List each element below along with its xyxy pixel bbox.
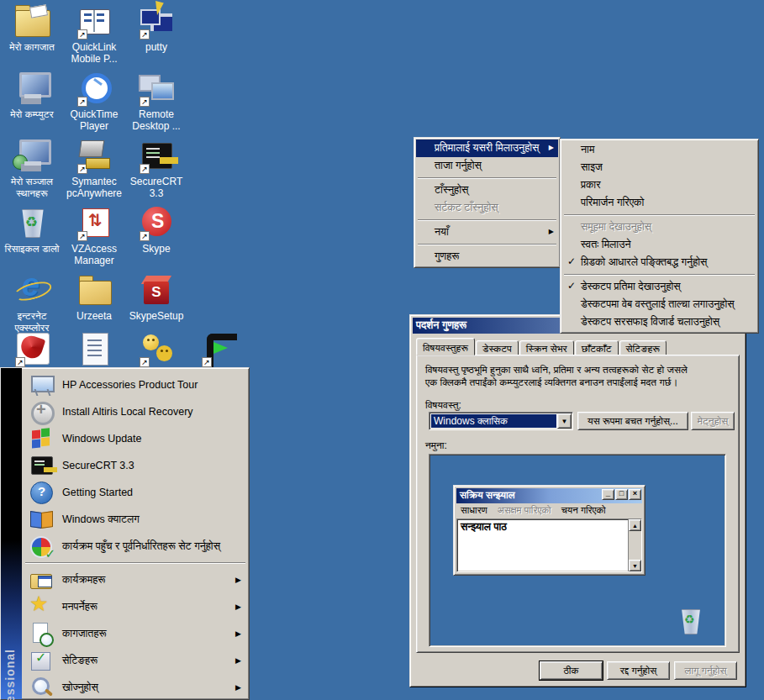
menu-item-new[interactable]: नयाँ ▶: [416, 224, 558, 241]
icon-label: Skype: [125, 243, 187, 255]
menu-item-align-to-grid[interactable]: ✓ ग्रिडको आधारले पङ्क्तिबद्ध गर्नुहोस्: [562, 254, 756, 271]
start-item-programs[interactable]: कार्यक्रमहरू ▶: [24, 566, 247, 593]
theme-label: विषयवस्तु:: [425, 399, 461, 411]
start-item-program-access[interactable]: कार्यक्रम पहुँच र पूर्वनिर्धारितहरू सेट …: [24, 533, 247, 560]
icon-label: putty: [125, 41, 187, 53]
icon-label: Remote Desktop ...: [125, 108, 187, 133]
theme-combobox[interactable]: Windows क्लासिक ▼: [429, 412, 573, 430]
desktop-icon-securecrt[interactable]: SecureCRT 3.3: [125, 138, 187, 200]
menu-item-refresh[interactable]: ताजा गर्नुहोस्: [416, 157, 558, 175]
desktop-icon-my-computer[interactable]: मेरो कम्प्युटर: [1, 71, 63, 120]
menu-item-show-desktop-icons[interactable]: ✓ डेस्कटप प्रतिमा देखाउनुहोस्: [562, 278, 756, 296]
menu-separator: [25, 562, 245, 564]
menu-item-modified[interactable]: परिमार्जन गरिएको: [562, 194, 756, 212]
icon-label: मेरो कागजात: [1, 41, 63, 53]
skype-icon: [137, 205, 176, 240]
start-item-search[interactable]: खोज्नुहोस् ▶: [24, 674, 247, 700]
icon-label: SecureCRT 3.3: [125, 176, 187, 200]
menu-item-arrange-icons[interactable]: प्रतिमालाई यसरी मिलाउनुहोस् ▶: [416, 139, 558, 157]
shortcut-arrow-icon: [77, 29, 87, 39]
icon-label: मेरो सञ्जाल स्थानहरू: [1, 176, 63, 200]
menu-item-properties[interactable]: गुणहरू: [416, 248, 558, 266]
desktop-icon-internet-explorer[interactable]: इन्टरनेट एक्स्प्लोरर: [1, 272, 63, 334]
menu-item-auto-arrange[interactable]: स्वतः मिलाउने: [562, 236, 756, 254]
icon-label: QuickTime Player: [63, 108, 125, 133]
ok-button[interactable]: ठीक: [540, 661, 603, 680]
menu-item-paste-shortcut: सर्टकट टाँस्नुहोस्: [416, 199, 558, 217]
help-icon: [29, 480, 54, 505]
desktop-icon-vzaccess[interactable]: VZAccess Manager: [63, 205, 125, 267]
submenu-arrow-icon: ▶: [549, 144, 554, 151]
start-item-favorites[interactable]: मनपर्नेहरू ▶: [24, 593, 247, 620]
combobox-dropdown-icon[interactable]: ▼: [557, 413, 572, 429]
desktop-icon-skype[interactable]: Skype: [125, 205, 187, 255]
settings-icon: [29, 648, 54, 673]
submenu-arrow-icon: ▶: [549, 228, 554, 235]
recycle-bin-icon: [13, 205, 51, 240]
menu-item-lock-web-items[interactable]: डेस्कटपमा वेब वस्तुलाई ताल्चा लगाउनुहोस्: [562, 296, 756, 313]
icon-label: Symantec pcAnywhere: [63, 176, 125, 200]
desktop-icon-urzeeta[interactable]: Urzeeta: [63, 272, 125, 322]
sample-menu-normal: साधारण: [461, 505, 487, 518]
start-item-settings[interactable]: सेटिङहरू ▶: [24, 647, 247, 674]
menu-item-name[interactable]: नाम: [562, 141, 756, 159]
menu-item-desktop-cleanup-wizard[interactable]: डेस्कटप सरसफाइ विजार्ड चलाउनुहोस्: [562, 313, 756, 331]
desktop[interactable]: { "colors": { "desktop_bg": "#3b6ea5", "…: [0, 0, 764, 700]
submenu-arrow-icon: ▶: [235, 603, 241, 611]
checkmark-icon: ✓: [567, 255, 576, 267]
sample-window-text: सन्झ्याल पाठ: [461, 521, 507, 534]
tab-appearance[interactable]: छाँटकाँट: [575, 340, 619, 355]
desktop-icon-recycle-bin[interactable]: रिसाइकल डालो: [1, 205, 63, 255]
securecrt-icon: [29, 453, 54, 478]
my-network-places-icon: [13, 138, 51, 173]
menu-separator: [564, 214, 755, 216]
quicktime-icon: [75, 71, 113, 106]
shortcut-arrow-icon: [140, 29, 150, 39]
desktop-icon-skypesetup[interactable]: SkypeSetup: [125, 272, 187, 322]
start-menu-banner: essional: [1, 368, 22, 699]
shortcut-arrow-icon: [140, 97, 150, 107]
cancel-button[interactable]: रद्द गर्नुहोस्: [607, 661, 670, 680]
sample-window: सक्रिय सन्झ्याल _ □ × साधारण असक्षम पारि…: [453, 485, 645, 576]
document-icon: [75, 331, 113, 366]
start-item-getting-started[interactable]: Getting Started: [24, 479, 247, 506]
tab-desktop[interactable]: डेस्कटप: [476, 340, 519, 355]
sample-menu-selected: चयन गरिएको: [561, 505, 606, 518]
desktop-icon-yahoo[interactable]: [125, 331, 187, 366]
desktop-icon-quicklink[interactable]: QuickLink Mobile P...: [63, 3, 125, 66]
tab-settings[interactable]: सेटिङहरू: [619, 340, 667, 355]
start-item-documents[interactable]: कागजातहरू ▶: [24, 620, 247, 647]
quicklink-book-icon: [75, 3, 113, 39]
tab-screensaver[interactable]: स्क्रिन सेभर: [519, 340, 574, 355]
desktop-icon-acrobat[interactable]: [1, 331, 63, 366]
start-item-securecrt[interactable]: SecureCRT 3.3: [24, 452, 247, 479]
tab-themes[interactable]: विषयवस्तुहरू: [416, 338, 475, 355]
shortcut-arrow-icon: [77, 97, 87, 107]
menu-item-paste[interactable]: टाँस्नुहोस्: [416, 182, 558, 199]
folder-icon: [75, 272, 113, 308]
themes-tab-page: विषयवस्तु पृष्ठभूमि हुनुका साथै ध्वनि, प…: [416, 355, 740, 653]
desktop-icon-symantec[interactable]: Symantec pcAnywhere: [63, 138, 125, 200]
desktop-icon-my-documents[interactable]: मेरो कागजात: [1, 3, 63, 53]
symantec-pcanywhere-icon: [75, 138, 113, 173]
desktop-icon-quicktime[interactable]: QuickTime Player: [63, 71, 125, 133]
menu-item-size[interactable]: साइज: [562, 159, 756, 176]
submenu-arrow-icon: ▶: [235, 683, 241, 692]
start-item-hp-accessories[interactable]: HP Accessories Product Tour: [24, 371, 247, 398]
desktop-icon-remote-desktop[interactable]: Remote Desktop ...: [125, 71, 187, 133]
my-computer-icon: [13, 71, 51, 106]
desktop-icon-putty[interactable]: putty: [125, 3, 187, 53]
start-item-windows-catalog[interactable]: Windows क्याटलग: [24, 506, 247, 533]
sample-menu-disabled: असक्षम पारिएको: [498, 505, 551, 518]
menu-separator: [418, 244, 556, 245]
start-item-install-altiris[interactable]: Install Altiris Local Recovery: [24, 398, 247, 425]
desktop-icon-my-network-places[interactable]: मेरो सञ्जाल स्थानहरू: [1, 138, 63, 200]
desktop-icon-netterm[interactable]: [187, 331, 250, 366]
desktop-icon-document[interactable]: [63, 331, 125, 366]
menu-separator: [418, 219, 556, 221]
start-item-windows-update[interactable]: Windows Update: [24, 425, 247, 452]
desktop-context-menu: प्रतिमालाई यसरी मिलाउनुहोस् ▶ ताजा गर्नु…: [414, 137, 561, 268]
menu-item-type[interactable]: प्रकार: [562, 176, 756, 194]
menu-separator: [418, 177, 556, 179]
save-as-button[interactable]: यस रूपमा बचत गर्नुहोस्...: [577, 412, 688, 430]
